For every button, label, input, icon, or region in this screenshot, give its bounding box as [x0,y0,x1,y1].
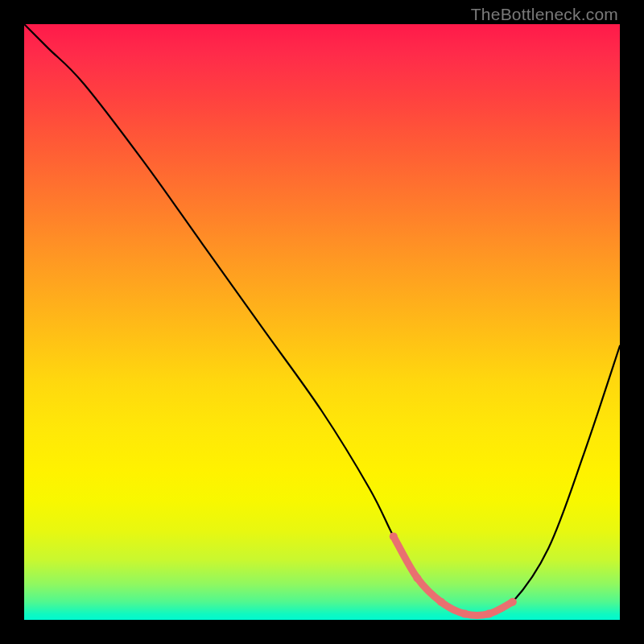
svg-point-4 [485,610,493,618]
curve-layer [24,24,620,620]
chart-container: TheBottleneck.com [0,0,644,644]
bottleneck-curve [24,24,620,616]
svg-point-0 [390,532,398,540]
svg-point-5 [509,598,517,606]
svg-point-3 [461,610,469,618]
plot-area [24,24,620,620]
watermark-text: TheBottleneck.com [471,5,618,24]
svg-point-1 [413,574,421,582]
optimal-range-highlight [390,532,517,617]
svg-point-2 [437,598,445,606]
